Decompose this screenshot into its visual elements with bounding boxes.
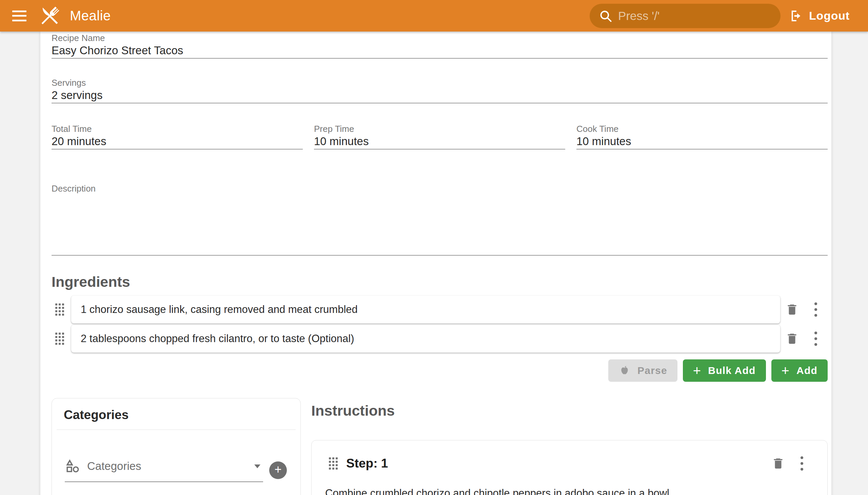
kebab-icon bbox=[814, 303, 817, 317]
bulk-add-label: Bulk Add bbox=[708, 365, 755, 376]
total-time-field: Total Time bbox=[52, 124, 303, 150]
app-title: Mealie bbox=[70, 8, 111, 23]
prep-time-input[interactable] bbox=[314, 134, 565, 149]
step-text[interactable]: Combine crumbled chorizo and chipotle pe… bbox=[325, 486, 814, 495]
recipe-name-field: Recipe Name bbox=[52, 33, 828, 59]
cook-time-field: Cook Time bbox=[576, 124, 828, 150]
trash-icon bbox=[785, 303, 799, 316]
drag-handle-icon[interactable] bbox=[325, 457, 341, 470]
plus-icon: + bbox=[693, 364, 701, 377]
menu-icon[interactable] bbox=[12, 11, 27, 21]
ingredient-list bbox=[52, 296, 828, 353]
ingredient-text-field[interactable] bbox=[71, 325, 780, 353]
drag-handle-icon[interactable] bbox=[52, 304, 68, 315]
delete-ingredient-button[interactable] bbox=[780, 327, 804, 351]
total-time-input[interactable] bbox=[52, 134, 303, 149]
ingredients-heading: Ingredients bbox=[52, 273, 828, 290]
ingredient-menu-button[interactable] bbox=[804, 298, 828, 321]
recipe-editor-card: Recipe Name Servings Total Time Prep Tim… bbox=[40, 32, 831, 495]
kebab-icon bbox=[801, 456, 803, 471]
search-input[interactable] bbox=[618, 9, 772, 23]
servings-field: Servings bbox=[52, 78, 828, 103]
cook-time-label: Cook Time bbox=[576, 124, 828, 134]
ingredient-input[interactable] bbox=[81, 304, 771, 315]
plus-icon: + bbox=[782, 364, 790, 377]
logout-button[interactable]: Logout bbox=[789, 9, 850, 23]
ingredient-row bbox=[52, 325, 828, 353]
delete-ingredient-button[interactable] bbox=[780, 298, 804, 321]
ingredient-menu-button[interactable] bbox=[804, 327, 828, 351]
description-label: Description bbox=[52, 184, 828, 193]
instructions-heading: Instructions bbox=[311, 402, 828, 419]
ingredient-text-field[interactable] bbox=[71, 296, 780, 323]
shapes-icon bbox=[65, 458, 80, 474]
delete-step-button[interactable] bbox=[766, 451, 790, 475]
add-label: Add bbox=[797, 365, 817, 376]
chevron-down-icon bbox=[254, 464, 260, 468]
divider bbox=[57, 430, 296, 430]
add-category-button[interactable]: + bbox=[269, 461, 287, 479]
servings-label: Servings bbox=[52, 78, 828, 88]
search-box[interactable] bbox=[590, 4, 781, 28]
prep-time-label: Prep Time bbox=[314, 124, 565, 134]
logout-label: Logout bbox=[809, 9, 850, 22]
recipe-name-input[interactable] bbox=[52, 43, 828, 58]
add-button[interactable]: + Add bbox=[771, 359, 828, 382]
parse-label: Parse bbox=[637, 365, 667, 376]
drag-handle-icon[interactable] bbox=[52, 332, 68, 345]
description-field: Description bbox=[52, 184, 828, 256]
time-row: Total Time Prep Time Cook Time bbox=[52, 124, 828, 150]
categories-select[interactable]: Categories bbox=[65, 458, 263, 482]
apple-icon bbox=[618, 364, 631, 377]
trash-icon bbox=[771, 457, 785, 470]
trash-icon bbox=[785, 332, 799, 345]
ingredient-input[interactable] bbox=[81, 332, 771, 345]
servings-input[interactable] bbox=[52, 88, 828, 103]
description-input[interactable] bbox=[52, 193, 828, 255]
mealie-logo-icon bbox=[37, 3, 62, 29]
cook-time-input[interactable] bbox=[576, 134, 828, 149]
ingredient-actions: Parse + Bulk Add + Add bbox=[52, 359, 828, 382]
app-bar: Mealie Logout bbox=[0, 0, 868, 32]
recipe-name-label: Recipe Name bbox=[52, 33, 828, 43]
search-icon bbox=[598, 9, 613, 23]
categories-card: Categories Categories + bbox=[52, 398, 301, 495]
bulk-add-button[interactable]: + Bulk Add bbox=[683, 359, 766, 382]
logout-icon bbox=[789, 9, 803, 23]
step-card: Step: 1 Combine crumbled chorizo and chi… bbox=[311, 440, 828, 495]
kebab-icon bbox=[814, 331, 817, 346]
step-menu-button[interactable] bbox=[790, 451, 814, 475]
categories-select-label: Categories bbox=[87, 460, 254, 473]
parse-button[interactable]: Parse bbox=[608, 359, 678, 382]
total-time-label: Total Time bbox=[52, 124, 303, 134]
step-title: Step: 1 bbox=[346, 456, 766, 471]
prep-time-field: Prep Time bbox=[314, 124, 565, 150]
ingredient-row bbox=[52, 296, 828, 323]
categories-card-title: Categories bbox=[52, 398, 301, 430]
